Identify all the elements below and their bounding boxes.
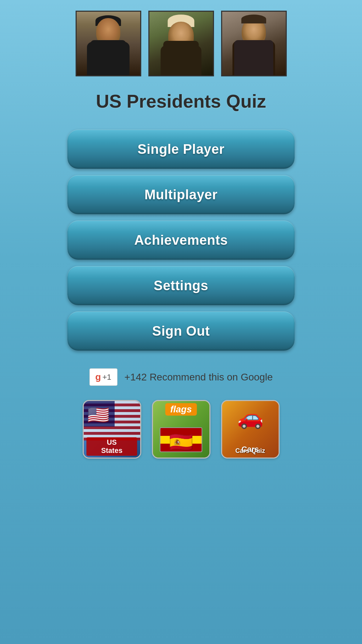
- related-apps-row: USStates flags 🚗 Cars Quiz: [83, 400, 280, 459]
- president-photo-seated: [221, 11, 287, 76]
- google-plus-badge[interactable]: g +1: [89, 368, 117, 386]
- google-plus-one: +1: [102, 373, 111, 382]
- multiplayer-button[interactable]: Multiplayer: [67, 175, 295, 214]
- google-recommend-text: +142 Recommend this on Google: [125, 372, 273, 383]
- google-g-text: g: [95, 372, 101, 383]
- president-photo-lincoln: [76, 11, 141, 76]
- app-title: US Presidents Quiz: [96, 91, 266, 112]
- president-photo-jefferson: [148, 11, 214, 76]
- cars-app-icon[interactable]: 🚗 Cars Quiz: [221, 400, 280, 459]
- menu-buttons-container: Single Player Multiplayer Achievements S…: [0, 130, 362, 351]
- single-player-button[interactable]: Single Player: [67, 130, 295, 169]
- flags-app-icon[interactable]: flags: [152, 400, 210, 459]
- settings-button[interactable]: Settings: [67, 266, 295, 305]
- president-photos-row: [76, 11, 287, 76]
- google-plus-section: g +1 +142 Recommend this on Google: [89, 368, 273, 386]
- us-states-app-icon[interactable]: USStates: [83, 400, 141, 459]
- achievements-button[interactable]: Achievements: [67, 221, 295, 260]
- sign-out-button[interactable]: Sign Out: [67, 312, 295, 351]
